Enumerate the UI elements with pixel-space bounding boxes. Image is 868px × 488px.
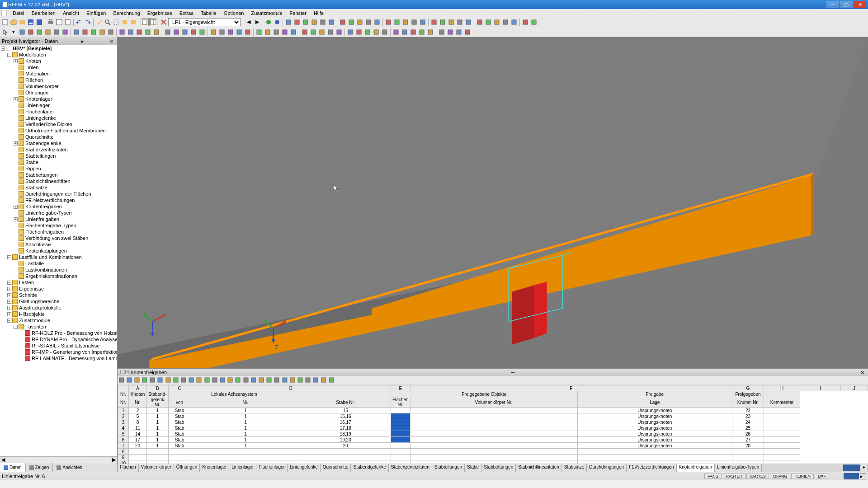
- menu-datei[interactable]: Datei: [9, 9, 28, 17]
- loadcase-combo[interactable]: LF1 - Eigengewicht: [168, 18, 241, 26]
- tb2-33[interactable]: [318, 28, 326, 36]
- tree-node[interactable]: Verbindung von zwei Stäben: [0, 235, 117, 241]
- table-cell[interactable]: [732, 460, 764, 464]
- tb2-19[interactable]: [189, 28, 198, 36]
- table-cell[interactable]: [410, 413, 577, 419]
- table-tab[interactable]: Stäbe: [465, 464, 481, 472]
- tool-b-button[interactable]: [129, 18, 137, 26]
- tb1-8[interactable]: [356, 18, 364, 26]
- ttb-12[interactable]: [212, 377, 219, 384]
- tb1-14[interactable]: [410, 18, 418, 26]
- table-cell[interactable]: 17: [129, 437, 147, 443]
- tb2-15[interactable]: [152, 28, 160, 36]
- tb1-3[interactable]: [310, 18, 318, 26]
- tree-node[interactable]: −Zusatzmodule: [0, 317, 117, 324]
- ttb-24[interactable]: [305, 377, 312, 384]
- menu-extras[interactable]: Extras: [176, 9, 197, 17]
- table-cell[interactable]: Stab: [168, 425, 191, 431]
- table-cell[interactable]: 20: [300, 443, 391, 449]
- tree-expander[interactable]: +: [14, 97, 18, 101]
- tb1-27[interactable]: [530, 18, 538, 26]
- tree-expander[interactable]: −: [14, 325, 18, 329]
- table-cell[interactable]: 1: [147, 408, 169, 413]
- ttb-16[interactable]: [243, 377, 250, 384]
- tb2-36[interactable]: [346, 28, 354, 36]
- table-cell[interactable]: 1: [191, 408, 300, 413]
- tree-node[interactable]: RF-DYNAM Pro - Dynamische Analyse: [0, 336, 117, 343]
- ttb-2[interactable]: [134, 377, 141, 384]
- table-cell[interactable]: 1: [147, 437, 169, 443]
- tb2-47[interactable]: [446, 28, 454, 36]
- tree-node[interactable]: Linienlager: [0, 102, 117, 108]
- tb1-21[interactable]: [476, 18, 484, 26]
- tb1-25[interactable]: [510, 18, 518, 26]
- table-tab[interactable]: Stabnichtlinearitäten: [516, 464, 562, 472]
- table-cell[interactable]: Ursprungsknoten: [577, 425, 732, 431]
- table-cell[interactable]: [391, 425, 410, 431]
- tree-expander[interactable]: −: [7, 53, 11, 57]
- new-button[interactable]: [1, 18, 9, 26]
- undo-button[interactable]: [75, 18, 83, 26]
- tb2-16[interactable]: [164, 28, 172, 36]
- tree-node[interactable]: RF-HOLZ Pro - Bemessung von Holzstäbe: [0, 330, 117, 336]
- table-cell[interactable]: 15: [300, 408, 391, 413]
- table-cell[interactable]: [391, 443, 410, 449]
- tb1-11[interactable]: [384, 18, 392, 26]
- ttb-9[interactable]: [188, 377, 195, 384]
- table-cell[interactable]: [391, 408, 410, 413]
- tree-node[interactable]: Liniengelenke: [0, 115, 117, 121]
- table-tab[interactable]: Linienfreigabe-Typen: [715, 464, 762, 472]
- table-cell[interactable]: 26: [732, 431, 764, 437]
- minimize-button[interactable]: ─: [826, 1, 839, 8]
- table-cell[interactable]: 1: [191, 431, 300, 437]
- tb2-43[interactable]: [409, 28, 417, 36]
- tb2-7[interactable]: [81, 28, 89, 36]
- table-cell[interactable]: [410, 431, 577, 437]
- tree-node[interactable]: RF-LAMINATE - Bemessung von Laminat: [0, 355, 117, 361]
- ttb-23[interactable]: [297, 377, 304, 384]
- nav-tab-daten[interactable]: Daten: [0, 463, 26, 472]
- tree-node[interactable]: +Knoten: [0, 58, 117, 64]
- ttb-26[interactable]: [321, 377, 328, 384]
- table-tab[interactable]: Stabbettungen: [481, 464, 516, 472]
- calc2-button[interactable]: [273, 18, 281, 26]
- tb1-17[interactable]: [439, 18, 447, 26]
- menu-berechnung[interactable]: Berechnung: [109, 9, 143, 17]
- table-cell[interactable]: [191, 449, 300, 455]
- table-cell[interactable]: [391, 460, 410, 464]
- ttb-13[interactable]: [219, 377, 226, 384]
- table-cell[interactable]: [764, 449, 800, 455]
- table-cell[interactable]: [764, 437, 800, 443]
- tb2-40[interactable]: [381, 28, 389, 36]
- menu-bearbeiten[interactable]: Bearbeiten: [28, 9, 59, 17]
- tree-expander[interactable]: +: [7, 300, 11, 304]
- table-cell[interactable]: 1: [191, 413, 300, 419]
- tb2-35[interactable]: [335, 28, 343, 36]
- table-cell[interactable]: [391, 431, 410, 437]
- table-cell[interactable]: 16,17: [300, 419, 391, 425]
- ttb-4[interactable]: [149, 377, 156, 384]
- table-cell[interactable]: 1: [147, 431, 169, 437]
- menu-einfügen[interactable]: Einfügen: [83, 9, 109, 17]
- table-cell[interactable]: 1: [191, 425, 300, 431]
- ttb-14[interactable]: [227, 377, 234, 384]
- table-cell[interactable]: [764, 408, 800, 413]
- table-cell[interactable]: 1: [147, 413, 169, 419]
- tb1-6[interactable]: [339, 18, 347, 26]
- table-tab[interactable]: Öffnungen: [174, 464, 200, 472]
- tb2-5[interactable]: [61, 28, 69, 36]
- report-button[interactable]: [64, 18, 72, 26]
- table-cell[interactable]: [577, 455, 732, 460]
- tb2-38[interactable]: [363, 28, 372, 36]
- tb2-2[interactable]: [35, 28, 43, 36]
- close-button[interactable]: ✕: [854, 1, 866, 8]
- tb2-29[interactable]: [281, 28, 289, 36]
- table-cell[interactable]: [147, 455, 169, 460]
- maximize-button[interactable]: ▢: [840, 1, 853, 8]
- table-cell[interactable]: Stab: [168, 431, 191, 437]
- table-cell[interactable]: 20: [129, 443, 147, 449]
- tb2-37[interactable]: [355, 28, 363, 36]
- ttb-0[interactable]: [118, 377, 126, 384]
- tb2-28[interactable]: [272, 28, 280, 36]
- ttb-18[interactable]: [258, 377, 265, 384]
